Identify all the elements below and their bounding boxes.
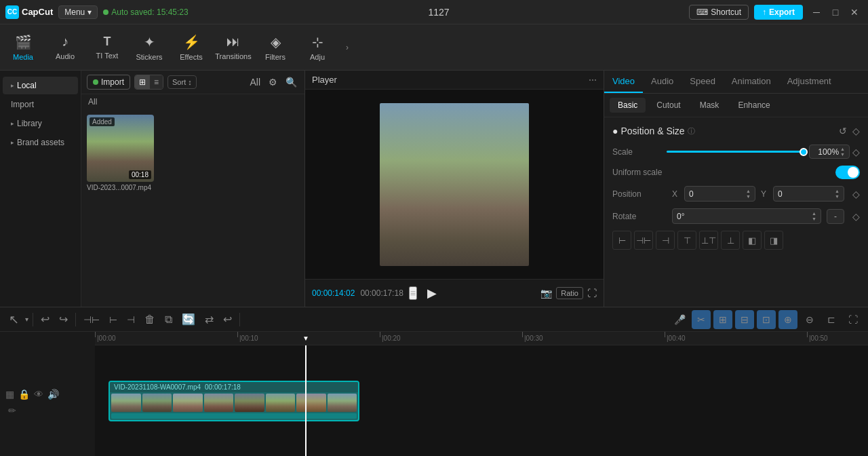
align-center-h-button[interactable]: ⊣⊢ bbox=[634, 231, 653, 250]
toolbar-more-button[interactable]: › bbox=[339, 27, 355, 68]
scale-down-arrow[interactable]: ▼ bbox=[840, 152, 845, 157]
import-button[interactable]: Import bbox=[87, 75, 130, 90]
group-button[interactable]: ⊞ bbox=[713, 310, 732, 329]
tab-animation[interactable]: Animation bbox=[724, 71, 779, 93]
select-tool-button[interactable]: ↖ bbox=[5, 310, 22, 329]
split-all-button[interactable]: ⊣⊢ bbox=[80, 312, 103, 327]
shortcut-button[interactable]: ⌨ Shortcut bbox=[689, 5, 749, 20]
rotate-up-arrow[interactable]: ▲ bbox=[812, 211, 816, 216]
scale-reset-button[interactable]: ◇ bbox=[852, 147, 860, 157]
loop-button[interactable]: 🔄 bbox=[178, 311, 199, 328]
x-input[interactable]: 0 ▲ ▼ bbox=[684, 186, 755, 202]
rotate-reset-button[interactable]: ◇ bbox=[852, 211, 860, 222]
ratio-button[interactable]: Ratio bbox=[556, 287, 583, 299]
tab-video[interactable]: Video bbox=[604, 71, 643, 93]
scale-slider-thumb[interactable] bbox=[800, 148, 808, 156]
scale-up-arrow[interactable]: ▲ bbox=[840, 147, 845, 151]
collapse-button[interactable]: ⊏ bbox=[822, 310, 841, 329]
fullscreen-button[interactable]: ⛶ bbox=[587, 288, 597, 299]
clip-waveform bbox=[111, 413, 357, 419]
edit-icon[interactable]: ✏ bbox=[8, 405, 16, 416]
align-right-button[interactable]: ⊣ bbox=[656, 231, 675, 250]
minimize-button[interactable]: ─ bbox=[808, 4, 825, 20]
scale-slider[interactable] bbox=[667, 151, 804, 153]
tool-filters[interactable]: ◈ Filters bbox=[255, 27, 296, 68]
x-up-arrow[interactable]: ▲ bbox=[746, 189, 751, 193]
tool-text[interactable]: T TI Text bbox=[87, 27, 127, 68]
tool-stickers[interactable]: ✦ Stickers bbox=[129, 27, 170, 68]
export-button[interactable]: ↑ Export bbox=[754, 5, 803, 20]
mirror-button[interactable]: ⇄ bbox=[201, 311, 217, 328]
rotate-down-arrow[interactable]: ▼ bbox=[812, 216, 816, 221]
audio-track-icon[interactable]: 🔊 bbox=[47, 389, 59, 400]
tool-media[interactable]: 🎬 Media bbox=[3, 27, 43, 68]
video-clip[interactable]: VID-20231108-WA0007.mp4 00:00:17:18 bbox=[108, 381, 359, 421]
split-after-button[interactable]: ⊣ bbox=[123, 312, 138, 327]
screenshot-button[interactable]: 📷 bbox=[540, 288, 552, 299]
sidebar-item-local[interactable]: ▸ Local bbox=[3, 77, 78, 94]
filter-options-button[interactable]: ⚙ bbox=[267, 75, 279, 90]
list-item[interactable]: Added 00:18 VID-2023...0007.mp4 bbox=[87, 115, 154, 191]
rotate-flip-button[interactable]: - bbox=[827, 209, 844, 224]
split-clip-button[interactable]: ✂ bbox=[692, 310, 711, 329]
grid-view-button[interactable]: ⊞ bbox=[135, 75, 150, 89]
subtab-basic[interactable]: Basic bbox=[610, 98, 646, 113]
eye-track-icon[interactable]: 👁 bbox=[34, 389, 43, 400]
sidebar-item-brand-assets[interactable]: ▸ Brand assets bbox=[3, 134, 78, 151]
maximize-button[interactable]: □ bbox=[827, 4, 844, 20]
undo-button[interactable]: ↩ bbox=[37, 311, 53, 328]
player-menu-icon[interactable]: ⋯ bbox=[589, 75, 597, 85]
video-track[interactable]: VID-20231108-WA0007.mp4 00:00:17:18 bbox=[108, 381, 359, 421]
lock-track-icon[interactable]: 🔒 bbox=[18, 389, 30, 400]
tool-adjust[interactable]: ⊹ Adju bbox=[297, 27, 338, 68]
reset-icon[interactable]: ↺ bbox=[839, 126, 847, 136]
align-right2-button[interactable]: ◨ bbox=[764, 231, 783, 250]
split-before-button[interactable]: ⊢ bbox=[106, 312, 121, 327]
diamond-reset-icon[interactable]: ◇ bbox=[852, 126, 860, 136]
x-down-arrow[interactable]: ▼ bbox=[746, 194, 751, 199]
y-down-arrow[interactable]: ▼ bbox=[835, 194, 840, 199]
close-button[interactable]: ✕ bbox=[846, 4, 863, 20]
uniform-scale-toggle[interactable] bbox=[835, 166, 860, 179]
timeline-fullscreen-button[interactable]: ⛶ bbox=[844, 310, 863, 329]
redo-button[interactable]: ↪ bbox=[56, 311, 71, 328]
sidebar-item-import[interactable]: Import bbox=[3, 96, 78, 113]
subtab-cutout[interactable]: Cutout bbox=[648, 98, 688, 113]
menu-button[interactable]: Menu ▾ bbox=[58, 5, 98, 19]
tab-audio[interactable]: Audio bbox=[643, 71, 682, 93]
sort-button[interactable]: Sort ↕ bbox=[167, 75, 197, 89]
zoom-in-button[interactable]: ⊕ bbox=[778, 310, 797, 329]
tool-effects[interactable]: ⚡ Effects bbox=[171, 27, 212, 68]
video-track-icon[interactable]: ▦ bbox=[5, 389, 14, 400]
timeline-view-button[interactable]: ≡ bbox=[409, 286, 417, 300]
tool-transitions[interactable]: ⏭ Transitions bbox=[213, 27, 254, 68]
align-bottom-button[interactable]: ⊥ bbox=[721, 231, 740, 250]
align-left-button[interactable]: ⊢ bbox=[612, 231, 631, 250]
rotate-input[interactable]: 0° ▲ ▼ bbox=[672, 208, 821, 224]
search-button[interactable]: 🔍 bbox=[283, 75, 299, 90]
delete-button[interactable]: 🗑 bbox=[141, 311, 159, 328]
ungroup-button[interactable]: ⊟ bbox=[735, 310, 754, 329]
subtab-mask[interactable]: Mask bbox=[692, 98, 728, 113]
mic-button[interactable]: 🎤 bbox=[670, 310, 689, 329]
y-input[interactable]: 0 ▲ ▼ bbox=[773, 186, 844, 202]
subtab-enhance[interactable]: Enhance bbox=[730, 98, 778, 113]
align-top-button[interactable]: ⊤ bbox=[677, 231, 696, 250]
align-left2-button[interactable]: ◧ bbox=[743, 231, 762, 250]
zoom-out-button[interactable]: ⊖ bbox=[800, 310, 819, 329]
fit-button[interactable]: ⊡ bbox=[757, 310, 776, 329]
tab-adjustment[interactable]: Adjustment bbox=[779, 71, 840, 93]
play-button[interactable]: ▶ bbox=[422, 284, 441, 303]
position-reset-button[interactable]: ◇ bbox=[852, 189, 860, 200]
y-up-arrow[interactable]: ▲ bbox=[835, 189, 840, 193]
tool-audio[interactable]: ♪ Audio bbox=[45, 27, 85, 68]
playhead-cursor[interactable] bbox=[305, 345, 307, 456]
select-dropdown[interactable]: ▾ bbox=[25, 316, 28, 323]
duplicate-button[interactable]: ⧉ bbox=[161, 311, 176, 328]
back-button[interactable]: ↩ bbox=[220, 311, 235, 328]
filter-all-button[interactable]: All bbox=[248, 75, 262, 90]
sidebar-item-library[interactable]: ▸ Library bbox=[3, 115, 78, 132]
list-view-button[interactable]: ≡ bbox=[150, 75, 163, 89]
align-center-v-button[interactable]: ⊥⊤ bbox=[699, 231, 718, 250]
tab-speed[interactable]: Speed bbox=[682, 71, 724, 93]
